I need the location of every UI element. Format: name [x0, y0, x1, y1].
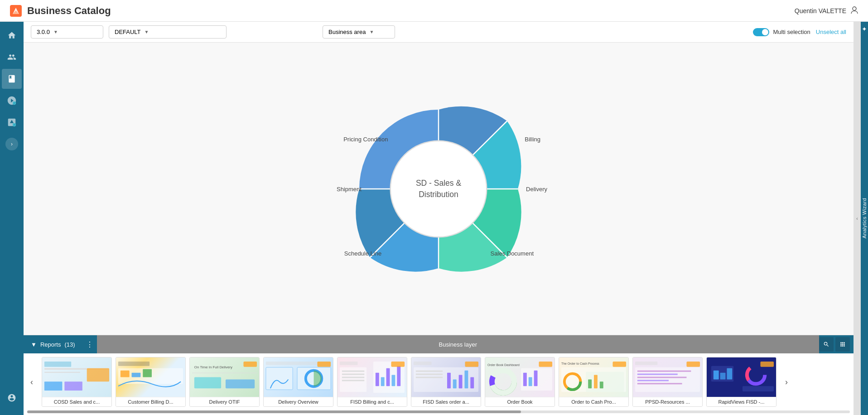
reports-menu-icon[interactable]: ⋮: [82, 340, 97, 349]
report-card-order-book[interactable]: Order Book Dashboard Ord: [485, 357, 555, 407]
svg-rect-37: [317, 362, 331, 367]
card-preview-order-cash: The Order to Cash Process: [559, 357, 628, 397]
cards-scrollbar-thumb: [27, 410, 521, 413]
report-card-order-cash[interactable]: The Order to Cash Process: [559, 357, 629, 407]
svg-rect-80: [635, 362, 657, 365]
card-preview-fisd-sales: [411, 357, 481, 397]
svg-rect-43: [342, 380, 364, 381]
sidebar-item-catalog[interactable]: [2, 69, 22, 89]
report-card-cosd[interactable]: COSD Sales and c...: [42, 357, 112, 407]
analytics-wizard-icon: ✦: [862, 25, 867, 33]
sidebar-item-analytics1[interactable]: [2, 91, 22, 111]
svg-text:On Time In Full Delivery: On Time In Full Delivery: [194, 365, 232, 369]
card-title-delivery-overview: Delivery Overview: [264, 397, 333, 406]
svg-rect-83: [637, 374, 678, 375]
sidebar-item-users[interactable]: [2, 47, 22, 67]
schema-chevron-icon: ▼: [145, 29, 149, 34]
label-schedule-line: Schedule Line: [344, 250, 381, 257]
card-title-customer: Customer Billing D...: [116, 397, 185, 406]
svg-rect-20: [87, 368, 109, 382]
svg-rect-68: [529, 377, 532, 386]
user-icon: [850, 5, 859, 16]
sidebar: ›: [0, 22, 24, 415]
version-chevron-icon: ▼: [53, 29, 58, 34]
reports-expand-btn[interactable]: [835, 337, 850, 352]
schema-select[interactable]: DEFAULT ▼: [109, 25, 227, 39]
svg-rect-38: [340, 362, 357, 365]
reports-collapse-icon[interactable]: ▼: [31, 341, 37, 348]
svg-rect-69: [534, 371, 538, 386]
svg-rect-67: [523, 373, 527, 386]
svg-point-3: [853, 7, 856, 10]
svg-rect-45: [376, 373, 379, 386]
label-delivery: Delivery: [526, 185, 547, 192]
report-card-delivery-otif[interactable]: On Time In Full Delivery Delivery OTIF: [189, 357, 260, 407]
svg-rect-87: [686, 362, 700, 367]
business-area-select[interactable]: Business area ▼: [323, 25, 395, 39]
unselect-all-button[interactable]: Unselect all: [816, 29, 846, 35]
svg-rect-21: [44, 381, 62, 391]
version-select[interactable]: 3.0.0 ▼: [31, 25, 103, 39]
report-card-ppsd[interactable]: PPSD-Resources ...: [632, 357, 703, 407]
header: Business Catalog Quentin VALETTE: [0, 0, 868, 22]
svg-text:Distribution: Distribution: [419, 189, 458, 198]
toolbar: 3.0.0 ▼ DEFAULT ▼ Business area ▼ Multi …: [24, 22, 854, 43]
report-card-fisd-sales[interactable]: FISD Sales order a...: [411, 357, 481, 407]
svg-rect-92: [727, 368, 732, 380]
business-area-chevron-icon: ▼: [369, 29, 374, 34]
card-title-order-book: Order Book: [485, 397, 555, 406]
report-card-fisd-billing[interactable]: FISD Billing and c...: [337, 357, 407, 407]
multi-selection-label: Multi selection: [773, 29, 810, 35]
card-preview-order-book: Order Book Dashboard: [485, 357, 555, 397]
svg-rect-61: [465, 362, 478, 367]
card-title-delivery-otif: Delivery OTIF: [190, 397, 259, 406]
multi-selection-toggle[interactable]: [753, 28, 769, 36]
card-preview-rapidviews: [707, 357, 776, 397]
svg-rect-60: [470, 377, 474, 389]
svg-rect-19: [44, 372, 80, 373]
report-card-customer[interactable]: Customer Billing D...: [116, 357, 186, 407]
svg-rect-48: [391, 375, 395, 386]
report-card-delivery-overview[interactable]: Delivery Overview: [263, 357, 333, 407]
svg-rect-56: [447, 373, 451, 389]
svg-rect-70: [539, 362, 552, 367]
svg-rect-49: [397, 366, 400, 386]
cards-prev-btn[interactable]: ‹: [25, 368, 38, 396]
svg-rect-95: [743, 386, 774, 391]
sidebar-expand-btn[interactable]: ›: [5, 138, 18, 150]
reports-search-btn[interactable]: [819, 337, 834, 352]
reports-label: Reports: [40, 341, 61, 348]
svg-rect-31: [226, 379, 255, 388]
svg-rect-55: [416, 377, 443, 378]
username-text: Quentin VALETTE: [795, 7, 846, 14]
svg-rect-30: [194, 377, 221, 389]
svg-rect-26: [132, 373, 141, 377]
right-panel-toggle[interactable]: ‹: [854, 22, 861, 415]
svg-rect-50: [391, 362, 405, 367]
label-shipment: Shipment: [337, 185, 362, 192]
report-card-rapidviews[interactable]: RapidViews FISD -...: [706, 357, 776, 407]
business-layer-tab[interactable]: Business layer: [97, 335, 819, 353]
card-title-ppsd: PPSD-Resources ...: [633, 397, 702, 406]
logo-area: Business Catalog: [9, 4, 111, 18]
cards-scrollbar[interactable]: [27, 410, 850, 413]
donut-chart[interactable]: SD - Sales & Distribution Pricing Condit…: [325, 76, 552, 302]
svg-rect-40: [342, 371, 364, 372]
sidebar-item-home[interactable]: [2, 25, 22, 45]
svg-rect-90: [714, 371, 719, 380]
sidebar-item-analytics2[interactable]: [2, 112, 22, 132]
card-title-fisd-billing: FISD Billing and c...: [338, 397, 407, 406]
reports-section: ▼ Reports (13) ⋮ Business layer: [24, 335, 854, 415]
card-preview-delivery-overview: [264, 357, 333, 397]
cards-next-btn[interactable]: ›: [780, 368, 793, 396]
main-layout: › 3.0.0 ▼ DEFAULT ▼ Business area ▼: [0, 22, 868, 415]
analytics-wizard-panel[interactable]: ✦ Analytics Wizard: [861, 22, 868, 415]
svg-rect-84: [637, 377, 687, 378]
reports-toolbar-right: [819, 337, 854, 352]
card-preview-delivery-otif: On Time In Full Delivery: [190, 357, 259, 397]
svg-rect-46: [381, 377, 385, 386]
svg-rect-82: [637, 371, 691, 372]
sidebar-item-settings[interactable]: [2, 388, 22, 408]
svg-rect-54: [416, 374, 443, 375]
svg-text:SD - Sales &: SD - Sales &: [416, 178, 461, 187]
